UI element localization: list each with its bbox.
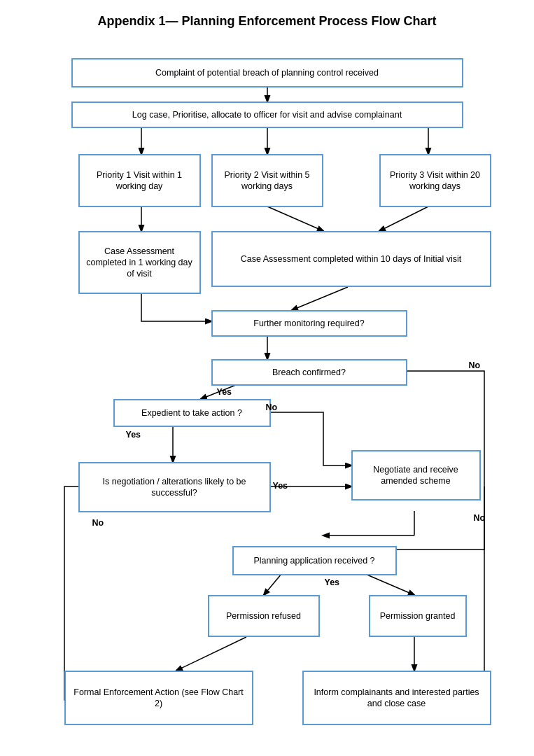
svg-line-5 — [267, 206, 323, 231]
svg-line-14 — [365, 574, 414, 595]
no-negotiate-label: No — [474, 513, 486, 523]
expedient-box: Expedient to take action ? — [113, 399, 271, 427]
yes-expedient-label: Yes — [126, 430, 141, 440]
case-assess1-box: Case Assessment completed in 1 working d… — [78, 231, 201, 294]
no-negotiation-label: No — [92, 518, 104, 528]
svg-line-7 — [292, 287, 348, 310]
no-breach-label: No — [469, 360, 481, 370]
p3-box: Priority 3 Visit within 20 working days — [379, 154, 491, 207]
p2-box: Priority 2 Visit within 5 working days — [211, 154, 323, 207]
yes-breach-label: Yes — [217, 387, 232, 397]
formal-action-box: Formal Enforcement Action (see Flow Char… — [64, 671, 253, 725]
case-assess2-box: Case Assessment completed within 10 days… — [211, 231, 491, 287]
negotiate-box: Negotiate and receive amended scheme — [351, 450, 481, 500]
svg-line-16 — [176, 637, 246, 671]
breach-box: Breach confirmed? — [211, 359, 407, 386]
inform-box: Inform complainants and interested parti… — [302, 671, 491, 725]
svg-line-6 — [379, 206, 428, 231]
page-title: Appendix 1— Planning Enforcement Process… — [21, 14, 513, 29]
planning-app-box: Planning application received ? — [232, 546, 397, 575]
monitoring-box: Further monitoring required? — [211, 310, 407, 337]
yes-negotiation-label: Yes — [273, 481, 288, 491]
no-expedient-label: No — [266, 402, 278, 412]
p1-box: Priority 1 Visit within 1 working day — [78, 154, 201, 207]
yes-planning-label: Yes — [325, 578, 340, 587]
svg-line-15 — [264, 574, 281, 595]
granted-box: Permission granted — [369, 595, 467, 637]
refused-box: Permission refused — [208, 595, 320, 637]
complaint-box: Complaint of potential breach of plannin… — [71, 58, 463, 88]
log-box: Log case, Prioritise, allocate to office… — [71, 102, 463, 128]
negotiation-box: Is negotiation / alterations likely to b… — [78, 462, 271, 512]
page: Appendix 1— Planning Enforcement Process… — [0, 0, 534, 756]
